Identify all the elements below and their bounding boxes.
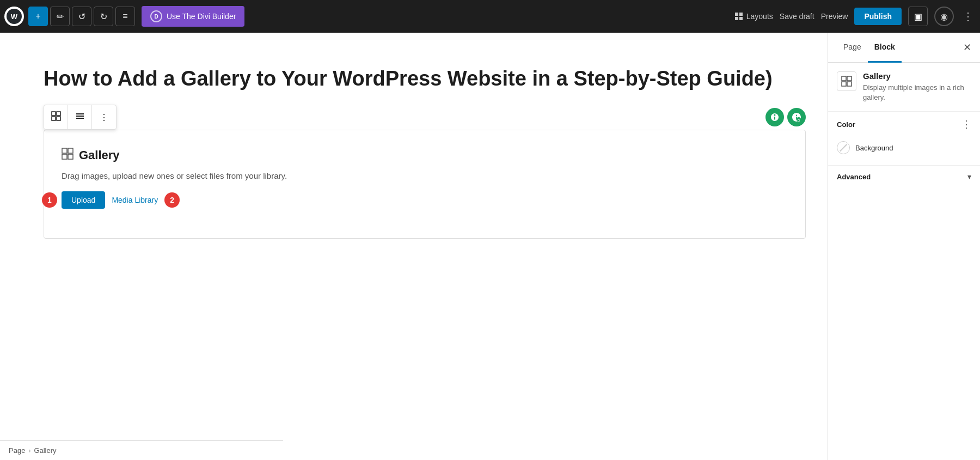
color-section-title: Color	[837, 120, 855, 129]
save-draft-button[interactable]: Save draft	[780, 12, 814, 21]
top-toolbar: W + ✏ ↺ ↻ ≡ D Use The Divi Builder Layou…	[0, 0, 980, 33]
svg-rect-5	[57, 112, 60, 116]
breadcrumb-page[interactable]: Page	[9, 446, 25, 455]
more-vertical-icon: ⋮	[100, 112, 108, 123]
background-color-label: Background	[855, 144, 893, 152]
wp-logo-icon: W	[7, 9, 22, 24]
block-type-button[interactable]	[44, 105, 68, 129]
gallery-block-header: Gallery	[62, 148, 788, 162]
list-icon: ≡	[122, 11, 127, 21]
add-block-button[interactable]: +	[28, 7, 48, 26]
svg-rect-7	[57, 117, 60, 120]
svg-rect-2	[735, 17, 738, 20]
gallery-drop-text: Drag images, upload new ones or select f…	[62, 171, 788, 180]
color-swatch-inner	[839, 143, 848, 152]
gallery-block-icon	[62, 148, 74, 162]
svg-rect-13	[62, 148, 67, 153]
block-info-text: Gallery Display multiple images in a ric…	[863, 71, 971, 102]
image-grid-icon	[51, 111, 61, 123]
divi-circle-icon: D	[150, 10, 162, 22]
breadcrumb: Page › Gallery	[0, 440, 283, 460]
svg-rect-1	[739, 13, 743, 16]
gallery-block-wrapper: ⋮ G	[44, 105, 806, 239]
svg-rect-16	[68, 154, 73, 159]
editor-area: How to Add a Gallery to Your WordPress W…	[0, 33, 828, 460]
breadcrumb-gallery[interactable]: Gallery	[34, 446, 56, 455]
advanced-section: Advanced ▾	[828, 166, 980, 187]
panel-tabs: Page Block ✕	[828, 33, 980, 63]
block-toolbar: ⋮	[44, 105, 117, 130]
align-icon	[75, 111, 85, 123]
tab-page[interactable]: Page	[837, 33, 868, 63]
undo-button[interactable]: ↺	[72, 7, 91, 26]
svg-rect-6	[52, 117, 56, 120]
svg-rect-0	[735, 13, 738, 16]
svg-rect-19	[842, 82, 846, 86]
preview-button[interactable]: Preview	[821, 12, 848, 21]
advanced-header[interactable]: Advanced ▾	[837, 172, 971, 181]
annotation-1: 1	[42, 192, 57, 208]
block-info: Gallery Display multiple images in a ric…	[828, 63, 980, 112]
svg-rect-14	[68, 148, 73, 153]
avatar-icon: ◉	[940, 11, 948, 22]
breadcrumb-chevron: ›	[28, 447, 30, 455]
svg-rect-4	[52, 112, 56, 116]
more-options-button[interactable]: ⋮	[960, 8, 976, 25]
svg-rect-20	[847, 82, 852, 86]
block-description: Display multiple images in a rich galler…	[863, 83, 971, 102]
tab-block[interactable]: Block	[868, 33, 902, 63]
media-library-button[interactable]: Media Library	[112, 196, 158, 204]
publish-button[interactable]: Publish	[854, 8, 902, 25]
divi-label: Use The Divi Builder	[167, 12, 236, 21]
color-section: Color ⋮ Background	[828, 112, 980, 166]
color-section-header: Color ⋮	[837, 118, 971, 130]
annotation-2: 2	[164, 192, 180, 208]
tools-button[interactable]: ✏	[50, 7, 70, 26]
svg-rect-3	[739, 17, 743, 20]
more-block-options-button[interactable]: ⋮	[92, 105, 116, 129]
svg-rect-10	[76, 118, 84, 119]
more-icon: ⋮	[963, 10, 973, 22]
gallery-panel-icon	[841, 76, 852, 87]
toolbar-right: Layouts Save draft Preview Publish ▣ ◉ ⋮	[734, 7, 976, 26]
redo-button[interactable]: ↻	[94, 7, 113, 26]
svg-text:G: G	[798, 119, 800, 122]
background-color-swatch	[837, 141, 850, 154]
block-toolbar-row: ⋮ G	[44, 105, 806, 130]
svg-rect-8	[76, 113, 84, 114]
svg-rect-17	[842, 76, 846, 81]
gallery-block-title: Gallery	[79, 148, 120, 162]
no-color-line	[840, 144, 847, 152]
color-more-button[interactable]: ⋮	[961, 118, 971, 130]
chevron-down-icon: ▾	[967, 172, 971, 181]
user-avatar[interactable]: ◉	[934, 7, 954, 26]
svg-rect-18	[847, 76, 852, 81]
svg-rect-15	[62, 154, 67, 159]
block-icon-box	[837, 71, 856, 91]
green-icon-2: G	[787, 108, 806, 126]
view-toggle-button[interactable]: ▣	[908, 7, 928, 26]
main-layout: How to Add a Gallery to Your WordPress W…	[0, 33, 980, 460]
green-icon-1	[765, 108, 784, 126]
post-title[interactable]: How to Add a Gallery to Your WordPress W…	[44, 65, 806, 92]
tools-icon: ✏	[57, 11, 64, 22]
annotation-icons-right: G	[765, 108, 806, 126]
sidebar-toggle-icon: ▣	[914, 11, 922, 22]
upload-button[interactable]: Upload	[62, 191, 105, 209]
block-name: Gallery	[863, 71, 971, 81]
gallery-block: Gallery Drag images, upload new ones or …	[44, 130, 806, 239]
background-color-item[interactable]: Background	[837, 137, 971, 159]
gallery-actions: 1 Upload Media Library 2	[62, 191, 788, 209]
list-view-button[interactable]: ≡	[115, 7, 135, 26]
advanced-title: Advanced	[837, 173, 871, 181]
close-panel-button[interactable]: ✕	[963, 33, 971, 62]
redo-icon: ↻	[100, 11, 107, 22]
undo-icon: ↺	[78, 11, 85, 22]
plus-icon: +	[35, 11, 40, 21]
divi-builder-button[interactable]: D Use The Divi Builder	[142, 6, 244, 27]
align-button[interactable]	[68, 105, 92, 129]
layouts-icon	[734, 12, 743, 21]
layouts-button[interactable]: Layouts	[734, 12, 773, 21]
svg-rect-9	[76, 116, 84, 117]
wp-logo[interactable]: W	[4, 7, 24, 26]
